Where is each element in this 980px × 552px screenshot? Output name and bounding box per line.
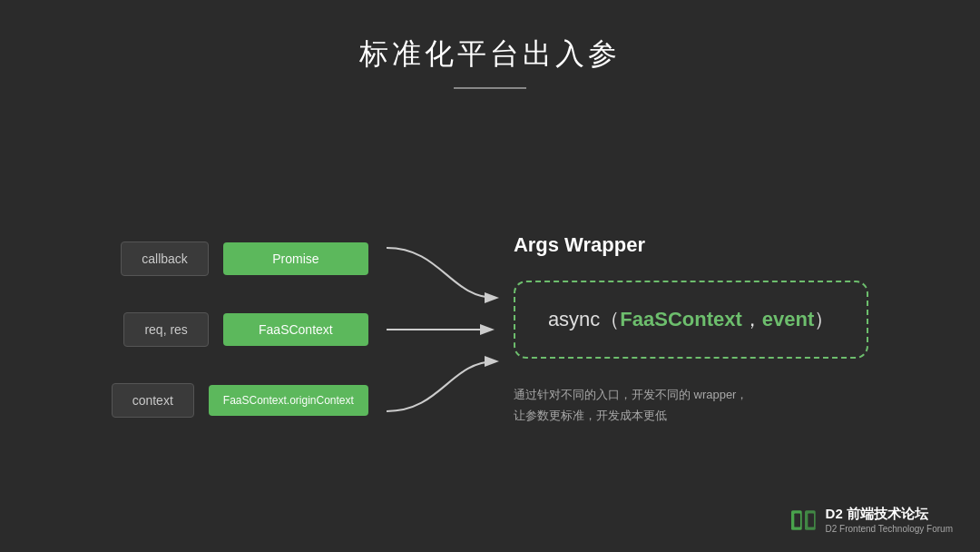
label-req-res: req, res	[123, 312, 208, 347]
title-area: 标准化平台出入参	[359, 34, 621, 89]
logo-sub: D2 Frontend Technology Forum	[826, 523, 953, 536]
slide: 标准化平台出入参 callback Promise req, res FaaSC…	[0, 0, 980, 552]
logo-area: D2 前端技术论坛 D2 Frontend Technology Forum	[791, 504, 953, 536]
args-wrapper-title: Args Wrapper	[514, 233, 645, 257]
close-paren: ）	[814, 308, 834, 330]
description-text: 通过针对不同的入口，开发不同的 wrapper， 让参数更标准，开发成本更低	[514, 384, 749, 427]
faascontext-text: FaaSContext	[620, 308, 741, 330]
item-row-1: callback Promise	[121, 242, 368, 276]
logo-name: D2 前端技术论坛	[826, 504, 953, 523]
description-line2: 让参数更标准，开发成本更低	[514, 405, 749, 426]
content-area: callback Promise req, res FaaSContext co…	[0, 107, 980, 552]
label-context: context	[112, 383, 194, 418]
main-title: 标准化平台出入参	[359, 34, 621, 74]
item-row-3: context FaaSContext.originContext	[112, 383, 368, 418]
event-text: event	[762, 308, 814, 330]
arrows-svg	[387, 212, 505, 448]
title-divider	[454, 87, 526, 89]
d2-logo-icon	[791, 507, 818, 534]
svg-rect-2	[794, 513, 800, 527]
right-box-area: Args Wrapper async（FaaSContext，event） 通过…	[514, 233, 868, 427]
item-row-2: req, res FaaSContext	[123, 312, 368, 347]
badge-faascontext-origin: FaaSContext.originContext	[209, 385, 368, 416]
comma-separator: ，	[742, 308, 762, 330]
args-wrapper-box: async（FaaSContext，event）	[514, 281, 868, 359]
svg-rect-4	[808, 513, 814, 527]
badge-faascontext: FaaSContext	[223, 313, 368, 346]
description-line1: 通过针对不同的入口，开发不同的 wrapper，	[514, 384, 749, 405]
args-wrapper-content: async（FaaSContext，event）	[548, 306, 834, 333]
logo-text: D2 前端技术论坛 D2 Frontend Technology Forum	[826, 504, 953, 536]
async-prefix: async（	[548, 308, 620, 330]
arrows-container	[387, 212, 505, 448]
label-callback: callback	[121, 242, 209, 276]
badge-promise: Promise	[223, 242, 368, 275]
left-items: callback Promise req, res FaaSContext co…	[112, 242, 368, 418]
